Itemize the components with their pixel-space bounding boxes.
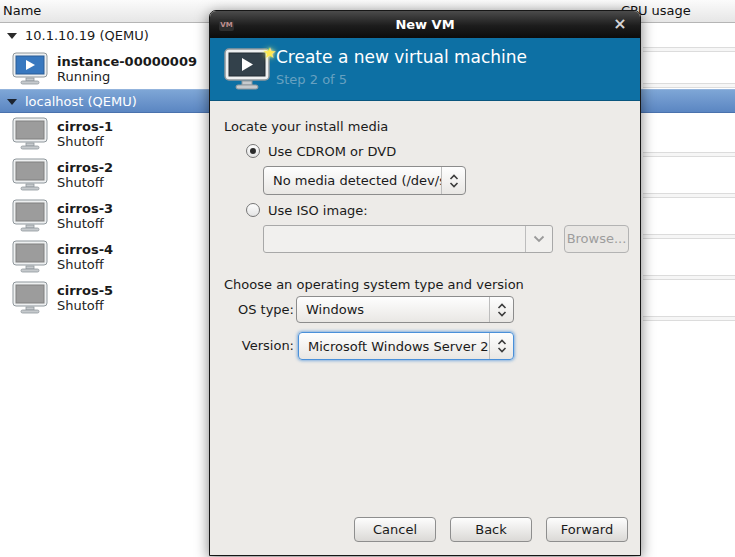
dialog-body: Locate your install media Use CDROM or D… <box>210 101 640 555</box>
cancel-button[interactable]: Cancel <box>354 517 436 542</box>
combo-spinner-icon[interactable] <box>489 297 513 322</box>
cdrom-radio-row[interactable]: Use CDROM or DVD <box>246 143 396 159</box>
back-button[interactable]: Back <box>450 517 532 542</box>
version-combobox[interactable]: Microsoft Windows Server 2008 <box>298 332 514 360</box>
vm-shutoff-icon <box>12 158 48 191</box>
vm-name: cirros-4 <box>57 242 113 257</box>
vm-status: Shutoff <box>57 298 104 313</box>
star-icon: ★ <box>263 44 276 62</box>
dialog-title: New VM <box>210 11 640 38</box>
cdrom-radio-label: Use CDROM or DVD <box>268 144 396 159</box>
column-name[interactable]: Name <box>3 0 41 22</box>
host-label: localhost (QEMU) <box>25 90 137 114</box>
install-media-section-label: Locate your install media <box>224 119 388 134</box>
browse-button[interactable]: Browse... <box>564 225 629 253</box>
combo-spinner-icon[interactable] <box>489 333 513 359</box>
vm-status: Shutoff <box>57 216 104 231</box>
cdrom-media-value: No media detected (/dev/sr0) <box>264 173 441 188</box>
cdrom-radio-button[interactable] <box>246 144 260 158</box>
iso-radio-label: Use ISO image: <box>268 203 368 218</box>
vm-name: cirros-2 <box>57 160 113 175</box>
dropdown-chevron-icon[interactable] <box>525 226 552 252</box>
vm-name: cirros-5 <box>57 283 113 298</box>
wizard-title: Create a new virtual machine <box>276 47 527 67</box>
vm-name: cirros-1 <box>57 119 113 134</box>
dialog-titlebar[interactable]: VM New VM × <box>210 11 640 38</box>
dialog-header: ★ Create a new virtual machine Step 2 of… <box>210 38 640 101</box>
version-label: Version: <box>224 332 294 360</box>
vm-name: instance-00000009 <box>57 54 197 69</box>
version-value: Microsoft Windows Server 2008 <box>299 339 489 354</box>
vm-status: Shutoff <box>57 134 104 149</box>
new-vm-badge-icon: ★ <box>223 47 271 92</box>
wizard-step: Step 2 of 5 <box>276 72 347 87</box>
vm-shutoff-icon <box>12 199 48 232</box>
vm-shutoff-icon <box>12 117 48 150</box>
os-type-label: OS type: <box>224 296 294 323</box>
iso-path-value <box>264 226 525 252</box>
vm-shutoff-icon <box>12 240 48 273</box>
iso-path-combobox[interactable] <box>263 225 553 253</box>
os-type-combobox[interactable]: Windows <box>296 296 514 323</box>
iso-radio-button[interactable] <box>246 203 260 217</box>
combo-spinner-icon[interactable] <box>441 167 465 194</box>
vm-status: Shutoff <box>57 257 104 272</box>
forward-button[interactable]: Forward <box>546 517 628 542</box>
vm-shutoff-icon <box>12 281 48 314</box>
new-vm-dialog: VM New VM × ★ Create a new virtual machi… <box>209 10 641 556</box>
vm-status: Shutoff <box>57 175 104 190</box>
expander-icon[interactable] <box>7 33 17 39</box>
close-icon[interactable]: × <box>610 11 630 38</box>
host-label: 10.1.10.19 (QEMU) <box>25 24 149 48</box>
cdrom-media-combobox[interactable]: No media detected (/dev/sr0) <box>263 166 466 195</box>
os-type-value: Windows <box>297 302 489 317</box>
vm-status: Running <box>57 69 110 84</box>
expander-icon[interactable] <box>7 99 17 105</box>
iso-radio-row[interactable]: Use ISO image: <box>246 202 368 218</box>
os-section-label: Choose an operating system type and vers… <box>224 277 524 292</box>
vm-running-icon <box>12 52 48 85</box>
vm-name: cirros-3 <box>57 201 113 216</box>
dialog-button-row: Cancel Back Forward <box>354 517 628 542</box>
